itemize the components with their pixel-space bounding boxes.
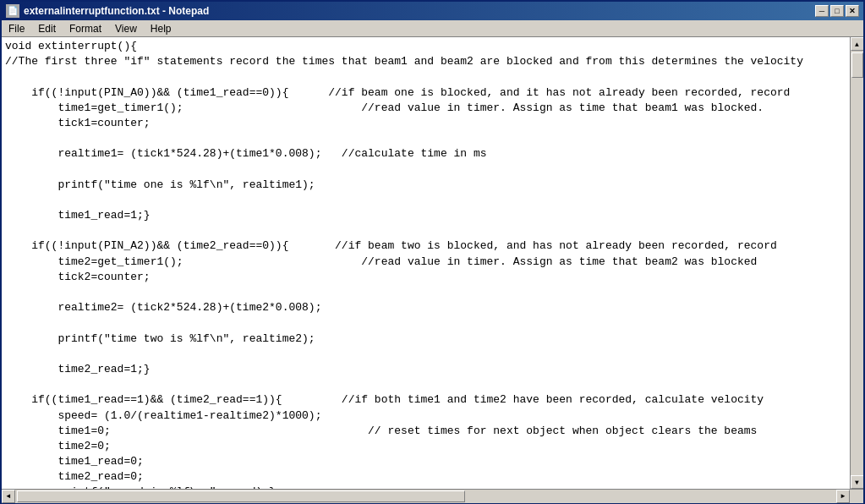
menu-item-help[interactable]: Help [144, 22, 178, 36]
menu-item-file[interactable]: File [2, 22, 31, 36]
maximize-button[interactable]: □ [830, 5, 844, 17]
content-area: void extinterrupt(){ //The first three "… [2, 37, 863, 489]
scroll-track-h[interactable] [15, 490, 836, 503]
horizontal-scrollbar[interactable]: ◄ ► [2, 490, 850, 503]
scroll-right-button[interactable]: ► [836, 490, 850, 503]
vertical-scrollbar[interactable]: ▲ ▼ [850, 37, 863, 489]
scroll-up-button[interactable]: ▲ [851, 37, 864, 51]
menu-bar: FileEditFormatViewHelp [2, 20, 863, 37]
scroll-track-v[interactable] [851, 51, 863, 475]
title-bar-left: 📄 externalinterruptfunction.txt - Notepa… [6, 4, 209, 18]
app-icon: 📄 [6, 4, 19, 18]
menu-item-format[interactable]: Format [63, 22, 108, 36]
bottom-bar: ◄ ► [2, 489, 863, 502]
menu-item-view[interactable]: View [108, 22, 144, 36]
code-editor[interactable]: void extinterrupt(){ //The first three "… [2, 37, 850, 489]
scroll-thumb-h[interactable] [17, 490, 465, 502]
editor: void extinterrupt(){ //The first three "… [2, 37, 850, 489]
main-window: 📄 externalinterruptfunction.txt - Notepa… [0, 0, 865, 504]
scroll-down-button[interactable]: ▼ [851, 475, 864, 489]
title-bar: 📄 externalinterruptfunction.txt - Notepa… [2, 2, 863, 20]
close-button[interactable]: ✕ [846, 5, 859, 17]
menu-item-edit[interactable]: Edit [31, 22, 63, 36]
minimize-button[interactable]: ─ [815, 5, 829, 17]
scroll-left-button[interactable]: ◄ [2, 490, 15, 503]
window-controls: ─ □ ✕ [815, 5, 859, 17]
scroll-thumb-v[interactable] [851, 52, 863, 78]
window-title: externalinterruptfunction.txt - Notepad [24, 5, 209, 17]
scrollbar-corner [850, 490, 863, 503]
